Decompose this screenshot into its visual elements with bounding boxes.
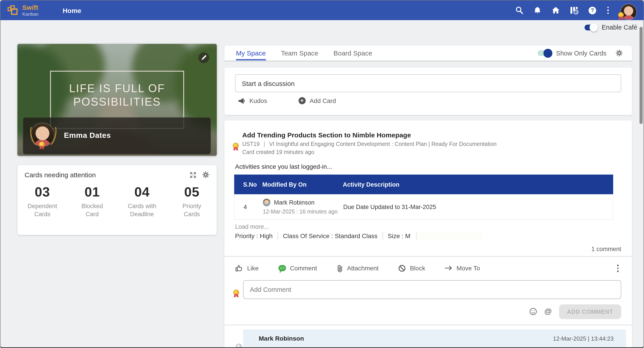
comment-item: Mark Robinson 12-Mar-2025 | 13:44:23 @Em… (224, 329, 632, 348)
more-vertical-icon[interactable] (614, 264, 621, 273)
swiftkanban-logo[interactable]: Swift Kanban (8, 5, 38, 16)
load-more-link[interactable]: Load more... (235, 223, 632, 230)
card-board-path: VI Insightful and Engaging Content Devel… (269, 141, 496, 147)
comment-bubble-icon (278, 265, 286, 271)
thumbs-up-icon (235, 264, 243, 272)
profile-cover-card: LIFE IS FULL OF POSSIBILITIES Emma Dates (18, 44, 217, 156)
plus-circle-icon: + (298, 97, 306, 104)
gear-icon[interactable] (202, 171, 210, 179)
modifier-name: Mark Robinson (274, 199, 315, 206)
block-icon (398, 265, 406, 272)
card-attributes: Priority : High Class Of Service : Stand… (235, 231, 632, 240)
app-window: Swift Kanban Home (0, 0, 644, 348)
gold-medal-badge (233, 289, 239, 295)
show-only-cards-label: Show Only Cards (556, 50, 606, 57)
brand-text: Swift Kanban (22, 5, 38, 16)
cover-quote-line2: POSSIBILITIES (18, 95, 217, 108)
comment-button[interactable]: Comment (278, 265, 317, 272)
tab-team-space[interactable]: Team Space (281, 46, 318, 60)
activity-table-row[interactable]: 4 Mark Robinson 12-Mar-2025 : 16 minutes… (234, 194, 613, 220)
help-icon[interactable]: ? (588, 6, 597, 15)
gold-medal-badge (618, 12, 624, 18)
start-discussion-input[interactable] (235, 74, 621, 92)
enable-cafe-row: Enable Café (584, 24, 637, 31)
stat-dependent-cards[interactable]: 03 Dependent Cards (18, 185, 67, 219)
col-activity-description: Activity Description (343, 181, 613, 188)
card-created-text: Card created 19 minutes ago (242, 149, 497, 155)
navbar-right-icons: ? (514, 3, 636, 18)
divider (224, 324, 632, 325)
tab-my-space[interactable]: My Space (236, 46, 266, 60)
vertical-scrollbar[interactable] (640, 27, 643, 124)
activities-label: Activities since you last logged-in... (235, 163, 632, 170)
modifier-avatar (263, 199, 270, 206)
gold-medal-badge (233, 143, 239, 149)
attr-priority: Priority : High (235, 232, 278, 239)
like-button[interactable]: Like (235, 264, 258, 272)
brand-swift: Swift (22, 5, 38, 11)
attr-size: Size : M (382, 232, 415, 239)
stat-cards-with-deadline[interactable]: 04 Cards with Deadline (117, 185, 167, 219)
add-comment-input[interactable] (243, 280, 621, 299)
add-comment-button[interactable]: ADD COMMENT (559, 304, 621, 319)
enable-cafe-label: Enable Café (602, 24, 637, 31)
top-navbar: Swift Kanban Home (0, 1, 644, 20)
profile-user-name: Emma Dates (64, 131, 111, 140)
activity-description: Due Date Updated to 31-Mar-2025 (343, 204, 613, 210)
enable-cafe-toggle[interactable] (584, 24, 597, 30)
attention-widget-title: Cards needing attention (24, 171, 96, 179)
space-tabs-bar: My Space Team Space Board Space Show Onl… (224, 46, 632, 61)
activity-table-header: S.No Modified By On Activity Description (234, 175, 613, 194)
attr-class-of-service: Class Of Service : Standard Class (278, 232, 382, 239)
comment-timestamp: 12-Mar-2025 | 13:44:23 (553, 335, 614, 342)
card-action-row: Like Comment Attachment Block (224, 257, 632, 279)
brand-kanban: Kanban (22, 12, 38, 16)
move-to-button[interactable]: Move To (445, 265, 480, 272)
gear-icon[interactable] (616, 49, 623, 57)
add-card-button[interactable]: + Add Card (298, 97, 336, 104)
more-vertical-icon[interactable] (606, 7, 610, 14)
col-modified-by-on: Modified By On (262, 181, 343, 188)
comment-composer (224, 279, 632, 299)
swiftkanban-logo-icon (8, 5, 19, 16)
attr-highlight-area (416, 231, 483, 240)
comment-count-link[interactable]: 1 comment (224, 246, 621, 252)
card-id: UST19 (242, 141, 260, 147)
stat-blocked-card[interactable]: 01 Blocked Card (67, 185, 117, 219)
feed-card: Add Trending Products Section to Nimble … (224, 120, 632, 348)
modified-on: 12-Mar-2025 : 16 minutes ago (263, 209, 343, 215)
row-sno: 4 (235, 204, 263, 210)
smiley-icon[interactable] (529, 307, 537, 315)
user-avatar[interactable] (621, 4, 636, 20)
megaphone-icon (238, 97, 245, 104)
card-title[interactable]: Add Trending Products Section to Nimble … (242, 131, 497, 139)
kudos-button[interactable]: Kudos (238, 97, 267, 104)
col-sno: S.No (234, 181, 262, 188)
home-icon[interactable] (551, 6, 560, 15)
tab-board-space[interactable]: Board Space (334, 46, 372, 60)
attention-stats-row: 03 Dependent Cards 01 Blocked Card 04 Ca… (18, 185, 217, 219)
cover-quote: LIFE IS FULL OF POSSIBILITIES (18, 81, 217, 108)
attachment-button[interactable]: Attachment (337, 265, 379, 272)
notifications-bell-icon[interactable] (533, 6, 542, 15)
paperclip-icon (337, 265, 343, 272)
discussion-composer-card: Kudos + Add Card (224, 68, 632, 115)
search-icon[interactable] (514, 6, 524, 15)
silver-medal-badge (236, 343, 242, 348)
activity-table: S.No Modified By On Activity Description… (234, 175, 613, 220)
block-button[interactable]: Block (398, 265, 425, 272)
stat-priority-cards[interactable]: 05 Priority Cards (167, 185, 217, 219)
comment-author-name[interactable]: Mark Robinson (259, 334, 304, 342)
nav-item-home[interactable]: Home (62, 7, 81, 14)
arrow-right-icon (445, 266, 452, 271)
cards-needing-attention-widget: Cards needing attention (18, 165, 217, 235)
show-only-cards-toggle[interactable] (538, 50, 550, 56)
expand-icon[interactable] (190, 171, 197, 178)
board-history-icon[interactable] (570, 6, 578, 15)
edit-pencil-icon[interactable] (198, 52, 209, 63)
gold-medal-badge (39, 141, 45, 147)
cover-quote-line1: LIFE IS FULL OF (18, 81, 217, 95)
profile-name-panel: Emma Dates (23, 117, 211, 154)
at-mention-icon[interactable]: @ (544, 307, 552, 316)
